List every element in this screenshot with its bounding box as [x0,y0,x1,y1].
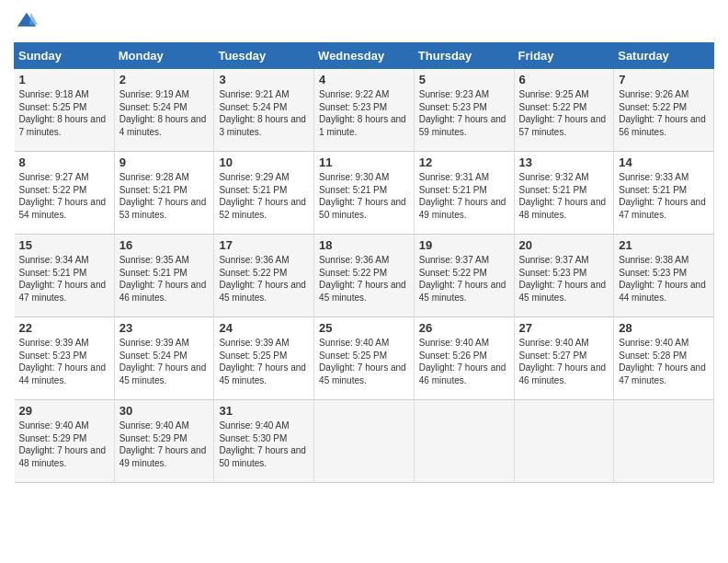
calendar-cell [414,400,514,483]
calendar-cell: 5Sunrise: 9:23 AMSunset: 5:23 PMDaylight… [414,69,514,152]
calendar-cell: 28Sunrise: 9:40 AMSunset: 5:28 PMDayligh… [614,317,714,400]
day-info: Sunrise: 9:39 AMSunset: 5:25 PMDaylight:… [219,337,309,386]
calendar-cell: 3Sunrise: 9:21 AMSunset: 5:24 PMDaylight… [214,69,314,152]
day-info: Sunrise: 9:39 AMSunset: 5:24 PMDaylight:… [119,337,210,386]
day-number: 10 [219,155,309,169]
calendar-cell: 21Sunrise: 9:38 AMSunset: 5:23 PMDayligh… [614,235,714,317]
day-number: 11 [319,155,409,169]
calendar-cell: 12Sunrise: 9:31 AMSunset: 5:21 PMDayligh… [414,152,514,235]
calendar-cell: 14Sunrise: 9:33 AMSunset: 5:21 PMDayligh… [614,152,714,235]
day-number: 30 [119,404,210,418]
day-number: 3 [219,73,309,86]
calendar-cell: 13Sunrise: 9:32 AMSunset: 5:21 PMDayligh… [514,152,614,235]
calendar-cell: 18Sunrise: 9:36 AMSunset: 5:22 PMDayligh… [314,235,415,317]
calendar-cell: 11Sunrise: 9:30 AMSunset: 5:21 PMDayligh… [314,152,415,235]
calendar-cell: 10Sunrise: 9:29 AMSunset: 5:21 PMDayligh… [214,152,314,235]
calendar-cell: 29Sunrise: 9:40 AMSunset: 5:29 PMDayligh… [15,400,115,483]
day-info: Sunrise: 9:30 AMSunset: 5:21 PMDaylight:… [319,171,409,221]
day-number: 9 [119,155,210,169]
calendar-cell: 8Sunrise: 9:27 AMSunset: 5:22 PMDaylight… [15,152,115,235]
calendar-cell: 24Sunrise: 9:39 AMSunset: 5:25 PMDayligh… [214,317,314,400]
day-number: 18 [319,238,409,252]
calendar-cell: 27Sunrise: 9:40 AMSunset: 5:27 PMDayligh… [514,317,614,400]
day-info: Sunrise: 9:23 AMSunset: 5:23 PMDaylight:… [419,88,509,138]
calendar-cell: 30Sunrise: 9:40 AMSunset: 5:29 PMDayligh… [114,400,214,483]
calendar-cell: 19Sunrise: 9:37 AMSunset: 5:22 PMDayligh… [414,235,514,317]
day-number: 15 [19,238,109,252]
day-info: Sunrise: 9:35 AMSunset: 5:21 PMDaylight:… [119,254,210,304]
day-info: Sunrise: 9:40 AMSunset: 5:26 PMDaylight:… [419,337,509,386]
day-header-monday: Monday [114,43,214,69]
calendar-cell: 9Sunrise: 9:28 AMSunset: 5:21 PMDaylight… [114,152,214,235]
day-number: 17 [219,238,309,252]
day-info: Sunrise: 9:40 AMSunset: 5:25 PMDaylight:… [319,337,409,386]
calendar-cell: 23Sunrise: 9:39 AMSunset: 5:24 PMDayligh… [114,317,214,400]
day-info: Sunrise: 9:37 AMSunset: 5:22 PMDaylight:… [419,254,509,304]
calendar-cell: 2Sunrise: 9:19 AMSunset: 5:24 PMDaylight… [114,69,214,152]
day-info: Sunrise: 9:40 AMSunset: 5:29 PMDaylight:… [19,419,109,469]
day-info: Sunrise: 9:37 AMSunset: 5:23 PMDaylight:… [519,254,609,304]
calendar-cell [314,400,415,483]
day-info: Sunrise: 9:19 AMSunset: 5:24 PMDaylight:… [119,88,210,138]
day-number: 13 [519,155,609,169]
day-info: Sunrise: 9:40 AMSunset: 5:29 PMDaylight:… [119,419,210,469]
calendar-cell [514,400,614,483]
day-number: 28 [619,321,709,335]
day-number: 16 [119,238,210,252]
day-number: 29 [19,404,109,418]
calendar-cell: 16Sunrise: 9:35 AMSunset: 5:21 PMDayligh… [114,235,214,317]
day-number: 21 [619,238,709,252]
week-row-4: 22Sunrise: 9:39 AMSunset: 5:23 PMDayligh… [15,317,714,400]
day-number: 7 [619,73,709,86]
day-number: 8 [19,155,109,169]
day-info: Sunrise: 9:29 AMSunset: 5:21 PMDaylight:… [219,171,309,221]
day-number: 4 [319,73,409,86]
calendar-cell: 17Sunrise: 9:36 AMSunset: 5:22 PMDayligh… [214,235,314,317]
day-info: Sunrise: 9:33 AMSunset: 5:21 PMDaylight:… [619,171,709,221]
week-row-1: 1Sunrise: 9:18 AMSunset: 5:25 PMDaylight… [15,69,714,152]
day-info: Sunrise: 9:31 AMSunset: 5:21 PMDaylight:… [419,171,509,221]
calendar-cell: 7Sunrise: 9:26 AMSunset: 5:22 PMDaylight… [614,69,714,152]
day-header-tuesday: Tuesday [214,43,314,69]
day-number: 14 [619,155,709,169]
day-info: Sunrise: 9:36 AMSunset: 5:22 PMDaylight:… [219,254,309,304]
calendar-cell: 22Sunrise: 9:39 AMSunset: 5:23 PMDayligh… [15,317,115,400]
day-info: Sunrise: 9:22 AMSunset: 5:23 PMDaylight:… [319,88,409,138]
calendar-cell: 25Sunrise: 9:40 AMSunset: 5:25 PMDayligh… [314,317,415,400]
day-number: 2 [119,73,210,86]
day-header-saturday: Saturday [614,43,714,69]
logo [14,9,43,35]
calendar-cell: 6Sunrise: 9:25 AMSunset: 5:22 PMDaylight… [514,69,614,152]
day-number: 5 [419,73,509,86]
header [14,9,714,35]
day-number: 26 [419,321,509,335]
day-info: Sunrise: 9:40 AMSunset: 5:28 PMDaylight:… [619,337,709,386]
day-number: 12 [419,155,509,169]
calendar-cell: 20Sunrise: 9:37 AMSunset: 5:23 PMDayligh… [514,235,614,317]
day-number: 19 [419,238,509,252]
day-info: Sunrise: 9:39 AMSunset: 5:23 PMDaylight:… [19,337,109,386]
day-number: 20 [519,238,609,252]
calendar-cell: 31Sunrise: 9:40 AMSunset: 5:30 PMDayligh… [214,400,314,483]
calendar-cell: 4Sunrise: 9:22 AMSunset: 5:23 PMDaylight… [314,69,415,152]
day-number: 22 [19,321,109,335]
svg-marker-1 [29,13,38,25]
day-info: Sunrise: 9:18 AMSunset: 5:25 PMDaylight:… [19,88,109,138]
calendar-cell: 15Sunrise: 9:34 AMSunset: 5:21 PMDayligh… [15,235,115,317]
day-header-thursday: Thursday [414,43,514,69]
day-info: Sunrise: 9:21 AMSunset: 5:24 PMDaylight:… [219,88,309,138]
day-info: Sunrise: 9:38 AMSunset: 5:23 PMDaylight:… [619,254,709,304]
day-number: 23 [119,321,210,335]
day-number: 1 [19,73,109,86]
page-container: SundayMondayTuesdayWednesdayThursdayFrid… [0,0,728,492]
calendar-table: SundayMondayTuesdayWednesdayThursdayFrid… [14,42,714,483]
week-row-2: 8Sunrise: 9:27 AMSunset: 5:22 PMDaylight… [15,152,714,235]
day-info: Sunrise: 9:28 AMSunset: 5:21 PMDaylight:… [119,171,210,221]
day-info: Sunrise: 9:40 AMSunset: 5:27 PMDaylight:… [519,337,609,386]
logo-icon [14,9,40,35]
day-number: 25 [319,321,409,335]
calendar-cell [614,400,714,483]
day-info: Sunrise: 9:27 AMSunset: 5:22 PMDaylight:… [19,171,109,221]
day-header-wednesday: Wednesday [314,43,415,69]
day-info: Sunrise: 9:26 AMSunset: 5:22 PMDaylight:… [619,88,709,138]
